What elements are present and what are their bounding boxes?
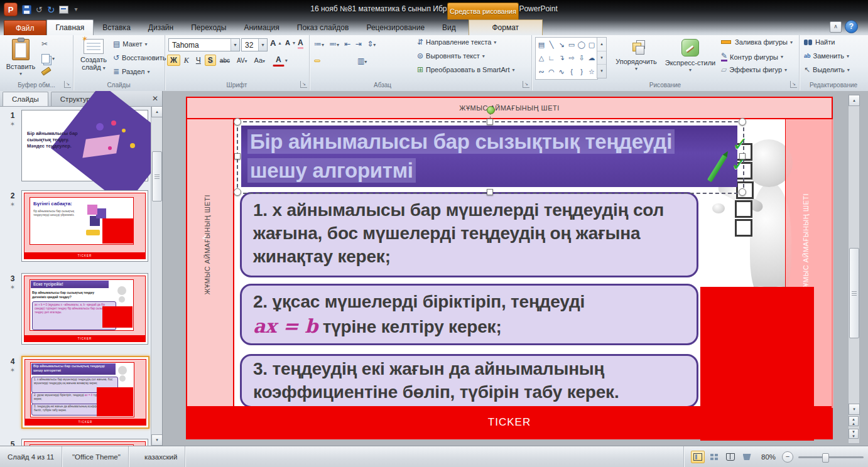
slide-thumbnail-4-selected[interactable]: Бір айнымалысы бар сызықтық теңдеуді шеш… (21, 356, 149, 429)
find-button[interactable]: Найти (804, 38, 835, 46)
arrange-button[interactable]: Упорядочить ▾ (612, 40, 661, 73)
next-slide-button[interactable]: ▼▼ (849, 429, 859, 439)
shape-effects-button[interactable]: ▱ Эффекты фигур ▾ (721, 66, 787, 73)
tab-view[interactable]: Вид (433, 20, 465, 35)
tab-slides-thumbnails[interactable]: Слайды (3, 92, 48, 106)
elbow-arrow-connector-icon[interactable]: ↴ (558, 55, 564, 62)
selection-handle-mid[interactable] (487, 119, 493, 125)
convert-smartart-button[interactable]: ⊞ Преобразовать в SmartArt ▾ (417, 66, 515, 73)
shapes-gallery[interactable]: ▤ ╲ ↘ ▭ ◯ ▢ △ ∟ ↴ ⇨ ⇩ ☁ ∾ ◠ ∿ { } ☆ (535, 37, 598, 80)
curve-shape-icon[interactable]: ∿ (558, 68, 564, 75)
scroll-down-icon[interactable]: ▾ (849, 404, 860, 415)
slideshow-view-button[interactable] (740, 451, 754, 463)
selection-handle-mid[interactable] (234, 153, 241, 159)
selection-handle-corner[interactable] (739, 118, 746, 126)
tab-animations[interactable]: Анимация (235, 20, 288, 35)
tab-file[interactable]: Файл (4, 20, 46, 35)
decrease-indent-button[interactable]: ⇤ (344, 39, 350, 48)
tab-transitions[interactable]: Переходы (182, 20, 235, 35)
shape-fill-button[interactable]: Заливка фигуры ▾ (721, 38, 793, 46)
tab-format[interactable]: Формат (469, 19, 543, 35)
strikethrough-button[interactable]: abc (217, 56, 233, 65)
cut-button[interactable]: ✂ (41, 40, 48, 48)
slide-thumbnail-5[interactable]: 1. ax + b = 0, a ≠ 0, b − кез келген сан… (21, 439, 148, 446)
step3-textbox[interactable]: 3. теңдеудің екі жағын да айнымалының ко… (240, 354, 698, 408)
zoom-level[interactable]: 80% (761, 453, 776, 461)
font-size-combo[interactable]: 32 ▾ (241, 38, 268, 51)
select-button[interactable]: ↖ Выделить ▾ (804, 66, 850, 73)
reading-view-button[interactable] (724, 451, 737, 463)
selection-handle-corner[interactable] (739, 188, 746, 196)
minimize-ribbon-icon[interactable]: ∧ (830, 21, 842, 33)
justify-button[interactable] (340, 60, 347, 62)
selection-border[interactable] (237, 121, 744, 194)
main-scrollbar[interactable]: ▴ ▾ ▲▲ ▼▼ (848, 94, 860, 444)
font-color-button[interactable]: А (273, 54, 285, 67)
slide-counter[interactable]: Слайд 4 из 11 (0, 446, 62, 467)
bold-button[interactable]: Ж (167, 55, 180, 66)
textbox-shape-icon[interactable]: ▤ (538, 41, 545, 48)
align-left-button[interactable] (314, 60, 320, 62)
copy-button[interactable]: ▾ (41, 54, 55, 63)
new-slide-button[interactable]: Создать слайд ▾ (77, 39, 111, 72)
previous-slide-button[interactable]: ▲▲ (849, 416, 859, 426)
tab-design[interactable]: Дизайн (139, 20, 182, 35)
scroll-up-icon[interactable]: ▴ (849, 95, 860, 106)
panel-scroll-up-icon[interactable]: ▴ (151, 106, 163, 117)
arc-shape-icon[interactable]: ◠ (548, 68, 555, 75)
line-shape-icon[interactable]: ╲ (550, 41, 554, 48)
right-arrow-shape-icon[interactable]: ⇨ (568, 55, 574, 62)
zoom-slider-track[interactable] (798, 456, 864, 458)
main-scrollbar-thumb[interactable] (849, 248, 859, 338)
step2-textbox[interactable]: 2. ұқсас мүшелерді біріктіріп, теңдеуді … (240, 284, 698, 345)
panel-scrollbar[interactable]: ▴ ▾ (151, 106, 162, 446)
reset-button[interactable]: ↺ Восстановить (113, 54, 166, 62)
cloud-shape-icon[interactable]: ☁ (589, 55, 595, 62)
slide-editing-area[interactable]: ЖҰМЫС АЙМАҒЫНЫҢ ШЕТІ + ЖҰМЫС АЙМАҒЫНЫҢ Ш… (186, 97, 833, 439)
slide-thumbnail-2[interactable]: Бүгінгі сабақта: бір айнымалысы бар сызы… (21, 190, 148, 262)
close-panel-icon[interactable]: ✕ (152, 94, 158, 103)
oval-shape-icon[interactable]: ◯ (578, 41, 585, 48)
selection-handle-corner[interactable] (234, 118, 241, 126)
slide-sorter-view-button[interactable] (707, 451, 721, 463)
tab-review[interactable]: Рецензирование (357, 20, 433, 35)
font-family-combo[interactable]: Tahoma ▾ (168, 38, 240, 51)
left-brace-shape-icon[interactable]: { (570, 68, 573, 75)
align-text-button[interactable]: ⊜ Выровнять текст ▾ (417, 52, 485, 60)
section-button[interactable]: ≣ Раздел ▾ (113, 68, 149, 75)
rectangle-shape-icon[interactable]: ▭ (568, 41, 575, 48)
format-painter-button[interactable] (41, 69, 51, 73)
help-icon[interactable]: ? (845, 20, 858, 33)
selection-handle-mid[interactable] (739, 153, 746, 159)
shrink-font-button[interactable]: A▾ (285, 39, 295, 46)
italic-button[interactable]: К (181, 55, 192, 67)
dialog-launcher-icon[interactable]: ↘ (64, 81, 71, 88)
replace-button[interactable]: ab Заменить ▾ (804, 52, 849, 60)
tab-home[interactable]: Главная (46, 19, 94, 35)
numbering-button[interactable]: ≕▾ (329, 39, 339, 48)
text-direction-button[interactable]: ⇵ Направление текста ▾ (417, 38, 496, 46)
normal-view-button[interactable] (691, 451, 705, 463)
underline-button[interactable]: Ч (193, 55, 204, 66)
gallery-up-icon[interactable]: ▴ (597, 38, 606, 51)
align-right-button[interactable] (332, 60, 338, 62)
elbow-connector-icon[interactable]: ∟ (548, 55, 555, 62)
down-arrow-shape-icon[interactable]: ⇩ (578, 55, 584, 62)
paste-button[interactable]: Вставить ▾ (5, 39, 36, 78)
columns-button[interactable]: ▥▾ (354, 55, 370, 67)
shapes-gallery-scrollbar[interactable]: ▴ ▾ ▾ (597, 37, 607, 78)
right-brace-shape-icon[interactable]: } (580, 68, 583, 75)
align-center-button[interactable] (323, 60, 329, 62)
dialog-launcher-icon[interactable]: ↘ (523, 81, 529, 88)
text-shadow-button[interactable]: S (205, 55, 216, 66)
selection-handle-corner[interactable] (234, 188, 241, 196)
language-indicator[interactable]: казахский (137, 446, 185, 467)
shape-outline-button[interactable]: ✎ Контур фигуры ▾ (721, 52, 783, 62)
grow-font-button[interactable]: A▴ (270, 38, 281, 48)
step1-textbox[interactable]: 1. х айнымалысы бар мүшелерді теңдеудің … (240, 192, 698, 277)
gallery-down-icon[interactable]: ▾ (597, 51, 606, 65)
arrow-shape-icon[interactable]: ↘ (558, 41, 564, 48)
scribble-shape-icon[interactable]: ∾ (538, 68, 544, 75)
clear-formatting-button[interactable]: A (298, 38, 303, 49)
layout-button[interactable]: ▤ Макет ▾ (113, 40, 148, 48)
